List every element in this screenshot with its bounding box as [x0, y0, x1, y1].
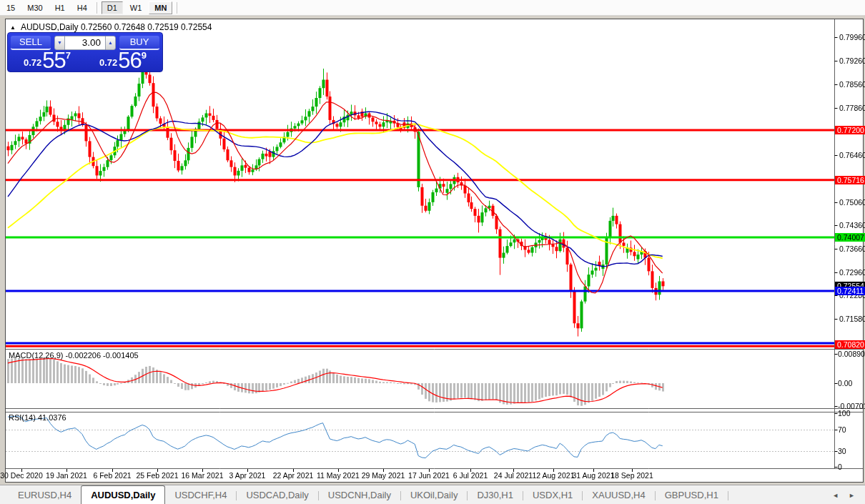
macd-axis-label: 0.00: [838, 379, 852, 387]
sell-price-big: 55: [42, 51, 65, 69]
chart-tab-ukoil[interactable]: UKOil,Daily: [401, 488, 467, 504]
chart-tab-usdx[interactable]: USDX,H1: [523, 488, 582, 504]
rsi-indicator-label: RSI(14) 41.0376: [9, 413, 66, 422]
volume-input[interactable]: 3.00: [65, 36, 105, 50]
chart-tab-usdchf[interactable]: USDCHF,H4: [165, 488, 236, 504]
toolbar-divider: [97, 2, 97, 14]
date-axis-label: 6 Feb 2021: [93, 471, 131, 480]
price-axis-tick: 0.76460: [839, 151, 865, 159]
macd-axis-label: 0.008904: [838, 350, 865, 358]
one-click-trade-panel: SELL ▼ 3.00 ▲ BUY 0.72 55 7 0.72 56 9: [7, 32, 163, 72]
price-chart-canvas[interactable]: [6, 19, 863, 482]
date-axis-label: 6 Jul 2021: [453, 471, 488, 480]
chart-tab-usdcnh[interactable]: USDCNH,Daily: [319, 488, 400, 504]
price-axis-tick: 0.74360: [839, 221, 865, 229]
volume-increase-icon[interactable]: ▲: [105, 36, 116, 50]
timeframe-button-mn[interactable]: MN: [149, 1, 172, 14]
price-line-label-0.77200[interactable]: 0.77200: [835, 126, 865, 134]
price-axis-tick: 0.72960: [839, 268, 865, 277]
buy-price-big: 56: [118, 51, 141, 69]
price-axis-tick: 0.77860: [839, 104, 865, 112]
buy-price-prefix: 0.72: [99, 56, 117, 69]
timeframe-toolbar: 15M30H1H4D1W1MN: [0, 0, 865, 16]
rsi-axis-label: 0: [838, 463, 842, 471]
timeframe-button-15[interactable]: 15: [1, 1, 20, 14]
collapse-triangle-icon[interactable]: ▲: [10, 24, 16, 31]
rsi-axis-label: 30: [838, 447, 846, 455]
chart-title: ▲ AUDUSD,Daily 0.72560 0.72648 0.72519 0…: [10, 22, 212, 32]
chart-tab-eurusd[interactable]: EURUSD,H4: [9, 488, 81, 504]
price-axis: 0.799600.792600.785600.778600.764600.750…: [835, 0, 865, 486]
date-axis-label: 16 Mar 2021: [182, 471, 224, 480]
timeframe-button-w1[interactable]: W1: [125, 1, 147, 14]
bid-ask-prices: 0.72 55 7 0.72 56 9: [8, 51, 162, 71]
buy-price-sup: 9: [142, 51, 147, 60]
price-line-label-0.75716[interactable]: 0.75716: [835, 176, 865, 184]
timeframe-button-d1[interactable]: D1: [102, 1, 123, 14]
tab-scroll-left-icon[interactable]: ◄: [832, 492, 839, 499]
date-axis-label: 12 Aug 2021: [533, 471, 575, 480]
chart-tab-bar: EURUSD,H4AUDUSD,DailyUSDCHF,H4USDCAD,Dai…: [0, 485, 865, 504]
date-axis-label: 3 Apr 2021: [229, 471, 266, 480]
date-axis-label: 18 Sep 2021: [611, 471, 653, 480]
price-axis-tick: 0.78560: [839, 80, 865, 89]
chart-tab-gbpusd[interactable]: GBPUSD,H1: [656, 488, 728, 504]
date-axis-label: 22 Apr 2021: [273, 471, 314, 480]
chart-tab-usdcad[interactable]: USDCAD,Daily: [237, 488, 317, 504]
chart-tab-xauusd[interactable]: XAUUSD,H4: [583, 488, 654, 504]
price-axis-tick: 0.71580: [839, 315, 865, 323]
sell-price-prefix: 0.72: [24, 56, 41, 69]
date-axis-label: 30 Dec 2020: [0, 471, 43, 480]
chart-window: [5, 19, 864, 483]
price-axis-tick: 0.75060: [839, 198, 865, 207]
chart-tab-audusd[interactable]: AUDUSD,Daily: [81, 485, 165, 504]
toolbar-divider: [177, 2, 177, 14]
date-axis-label: 17 Jun 2021: [408, 471, 450, 480]
timeframe-button-h1[interactable]: H1: [50, 1, 70, 14]
date-axis: 30 Dec 202019 Jan 20216 Feb 202125 Feb 2…: [0, 471, 835, 481]
tab-separator: [728, 491, 728, 500]
timeframe-button-h4[interactable]: H4: [72, 1, 92, 14]
price-line-label-0.74007[interactable]: 0.74007: [835, 233, 865, 242]
trading-terminal: { "toolbar": { "buttons": [ {"label":"15…: [0, 0, 865, 504]
rsi-axis-label: 100: [838, 409, 851, 417]
price-line-label-0.70820[interactable]: 0.70820: [835, 340, 865, 349]
price-axis-tick: 0.79260: [839, 56, 865, 65]
sell-price[interactable]: 0.72 55 7: [11, 51, 84, 71]
date-axis-label: 11 May 2021: [317, 471, 360, 480]
symbol-ohlc-text: AUDUSD,Daily 0.72560 0.72648 0.72519 0.7…: [21, 22, 212, 32]
price-axis-tick: 0.73660: [839, 244, 865, 253]
sell-price-sup: 7: [66, 51, 71, 60]
tab-scroll-right-icon[interactable]: ►: [849, 492, 855, 499]
price-line-label-0.72411[interactable]: 0.72411: [835, 287, 865, 295]
date-axis-label: 25 Feb 2021: [137, 471, 179, 480]
buy-price[interactable]: 0.72 56 9: [86, 51, 159, 71]
date-axis-label: 29 May 2021: [362, 471, 405, 480]
date-axis-label: 31 Aug 2021: [573, 471, 615, 480]
timeframe-button-m30[interactable]: M30: [22, 1, 47, 14]
date-axis-label: 19 Jan 2021: [46, 471, 87, 480]
chart-tab-dj30[interactable]: DJ30,H1: [468, 488, 523, 504]
rsi-axis-label: 70: [838, 425, 846, 434]
date-axis-label: 24 Jul 2021: [494, 471, 533, 480]
macd-indicator-label: MACD(12,26,9) -0.002206 -0.001405: [9, 351, 139, 360]
price-axis-tick: 0.79960: [839, 33, 865, 41]
